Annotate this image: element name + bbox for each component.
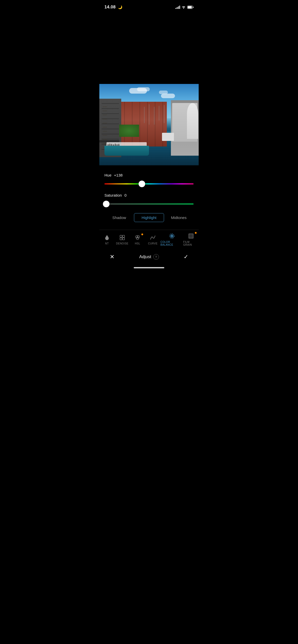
- colorbalance-icon: [168, 232, 175, 240]
- svg-rect-5: [120, 238, 122, 240]
- controls-area: Hue +138 Saturation 0 Shadow Highlight M…: [99, 165, 199, 230]
- svg-rect-6: [123, 238, 125, 240]
- hsl-icon: [134, 234, 141, 241]
- tint-icon: [103, 234, 111, 241]
- status-bar: 14.08 🌙: [99, 0, 199, 13]
- svg-point-16: [192, 235, 193, 235]
- svg-point-8: [137, 236, 140, 238]
- status-icons: [175, 5, 194, 9]
- home-indicator: [99, 265, 199, 273]
- curve-icon: [149, 234, 156, 241]
- hsl-label: HSL: [135, 242, 140, 245]
- hue-label: Hue +138: [104, 173, 194, 177]
- tool-curve[interactable]: CURVE: [145, 234, 160, 245]
- denoise-label: DENOISE: [116, 242, 129, 245]
- confirm-button[interactable]: ✓: [181, 252, 191, 262]
- black-space-above: [99, 13, 199, 84]
- boat-right: [162, 133, 174, 141]
- svg-point-22: [192, 237, 193, 238]
- curve-label: CURVE: [148, 242, 157, 245]
- svg-point-9: [136, 237, 139, 240]
- saturation-track: [104, 203, 194, 204]
- svg-point-12: [171, 236, 172, 237]
- tone-tabs: Shadow Highlight Midtones: [104, 213, 194, 222]
- hue-slider[interactable]: [104, 180, 194, 187]
- tool-hsl[interactable]: HSL: [130, 234, 145, 245]
- mast-1: [144, 107, 144, 123]
- mast-3: [154, 107, 154, 125]
- action-title: Adjust ?: [139, 254, 159, 260]
- filmgrain-dot: [195, 232, 197, 234]
- svg-point-17: [189, 236, 190, 236]
- svg-rect-3: [120, 235, 122, 237]
- action-bar: ✕ Adjust ? ✓: [99, 249, 199, 265]
- hue-thumb[interactable]: [139, 181, 145, 187]
- help-button[interactable]: ?: [153, 254, 159, 260]
- filmgrain-icon: [187, 232, 195, 240]
- svg-point-18: [191, 236, 191, 236]
- saturation-slider-group: Saturation 0: [104, 193, 194, 208]
- mast-5: [164, 105, 164, 123]
- saturation-value: 0: [124, 193, 126, 197]
- mast-2: [149, 104, 149, 125]
- tool-tint[interactable]: NT: [99, 234, 115, 245]
- svg-point-14: [189, 235, 190, 235]
- building-right: [171, 100, 199, 156]
- saturation-slider[interactable]: [104, 200, 194, 208]
- moon-icon: 🌙: [118, 5, 122, 9]
- cloud-2: [137, 87, 150, 91]
- svg-rect-4: [123, 235, 125, 237]
- colorbalance-label: COLOR BALANCE: [160, 241, 183, 246]
- svg-point-15: [191, 235, 191, 235]
- tab-highlight[interactable]: Highlight: [134, 213, 164, 222]
- photo-scene: [99, 84, 199, 165]
- photo-container: [99, 84, 199, 165]
- hue-value: +138: [114, 173, 123, 177]
- mast-4: [159, 106, 159, 121]
- svg-point-20: [189, 237, 190, 238]
- tool-filmgrain[interactable]: FILM GRAIN: [183, 232, 199, 246]
- tool-colorbalance[interactable]: COLOR BALANCE: [160, 232, 183, 246]
- cancel-button[interactable]: ✕: [107, 252, 117, 262]
- tab-shadow[interactable]: Shadow: [104, 213, 134, 222]
- hue-slider-group: Hue +138: [104, 173, 194, 187]
- time-text: 14.08: [104, 5, 116, 9]
- saturation-label: Saturation 0: [104, 193, 194, 197]
- hue-track: [104, 183, 194, 184]
- signal-icon: [175, 5, 180, 9]
- tint-label: NT: [105, 242, 109, 245]
- svg-point-21: [191, 237, 191, 238]
- tool-bar: NT DENOISE HSL: [99, 230, 199, 249]
- denoise-icon: [119, 234, 126, 241]
- svg-rect-2: [193, 7, 194, 8]
- boat-hull: [104, 146, 149, 156]
- saturation-thumb[interactable]: [103, 201, 110, 207]
- svg-point-11: [171, 235, 173, 237]
- hsl-dot: [141, 233, 143, 235]
- svg-point-19: [192, 236, 193, 236]
- status-time: 14.08 🌙: [104, 5, 122, 10]
- svg-point-10: [170, 234, 174, 238]
- svg-rect-1: [188, 6, 192, 8]
- cloud-4: [161, 94, 175, 98]
- tab-midtones[interactable]: Midtones: [164, 213, 194, 222]
- tour-boat: [104, 138, 149, 155]
- battery-icon: [187, 6, 194, 9]
- wifi-icon: [182, 5, 186, 9]
- home-bar: [134, 267, 164, 268]
- filmgrain-label: FILM GRAIN: [183, 241, 199, 246]
- tool-denoise[interactable]: DENOISE: [115, 234, 130, 245]
- trees: [119, 125, 139, 137]
